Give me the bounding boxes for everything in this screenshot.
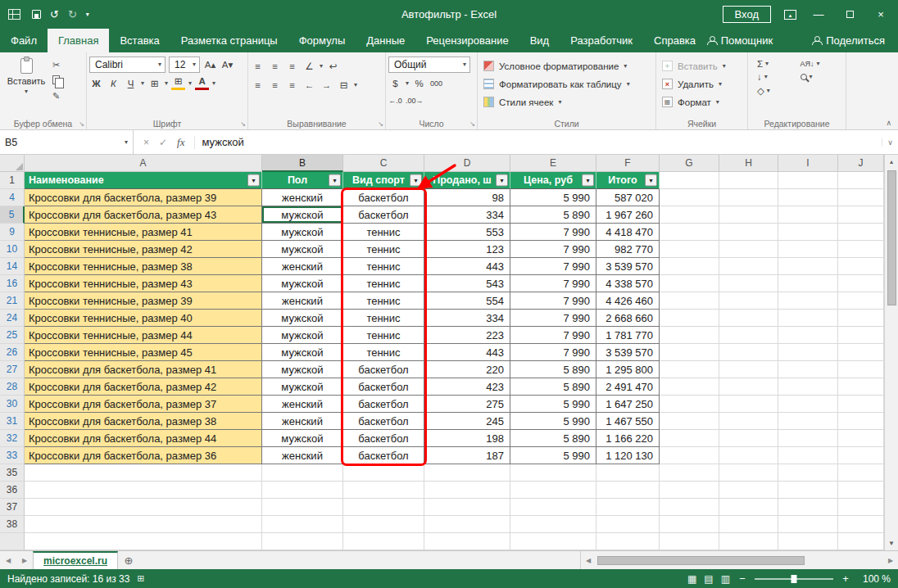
cell[interactable]: 1 166 220 (596, 430, 660, 447)
percent-style-icon[interactable]: % (412, 76, 426, 90)
row-header[interactable]: 33 (0, 447, 25, 464)
cell[interactable] (719, 378, 778, 396)
cell[interactable] (778, 189, 838, 206)
cell[interactable]: баскетбол (343, 413, 424, 430)
cell[interactable] (838, 327, 884, 344)
cell[interactable]: женский (262, 396, 343, 413)
cell[interactable] (778, 224, 838, 241)
cell[interactable]: Кроссовки теннисные, размер 41 (25, 224, 262, 241)
cell[interactable] (838, 241, 884, 258)
cell[interactable] (778, 464, 838, 482)
cell[interactable]: Кроссовки для баскетбола, размер 39 (25, 189, 262, 206)
cell[interactable] (838, 516, 884, 533)
row-header[interactable]: 24 (0, 310, 25, 327)
scroll-up-icon[interactable]: ▴ (885, 155, 898, 169)
cell[interactable] (778, 327, 838, 344)
cell[interactable]: баскетбол (343, 206, 424, 224)
scroll-right-icon[interactable]: ▶ (886, 557, 896, 564)
cell[interactable] (25, 464, 262, 482)
cell[interactable] (778, 172, 838, 189)
collapse-ribbon-icon[interactable]: ∧ (886, 119, 891, 127)
cell[interactable]: Кроссовки для баскетбола, размер 42 (25, 378, 262, 396)
cell[interactable] (660, 258, 719, 275)
fill-button[interactable]: ↓▾ (757, 72, 794, 82)
cell[interactable] (660, 482, 719, 499)
cell[interactable]: 7 990 (510, 241, 596, 258)
cell[interactable] (719, 430, 778, 447)
cell[interactable] (660, 224, 719, 241)
ribbon-tab[interactable]: Разработчик (560, 29, 643, 52)
fill-color-icon[interactable]: ⊞ (171, 76, 185, 90)
zoom-slider[interactable] (755, 578, 833, 580)
borders-icon[interactable]: ⊞ (147, 76, 161, 90)
decrease-decimal-icon[interactable]: .00→ (406, 93, 424, 107)
row-header[interactable]: 26 (0, 344, 25, 361)
column-header[interactable]: J (838, 155, 884, 172)
cell[interactable] (719, 447, 778, 464)
cell[interactable]: 7 990 (510, 224, 596, 241)
cell[interactable] (838, 430, 884, 447)
cell[interactable] (838, 378, 884, 396)
undo-icon[interactable]: ↺ (50, 9, 59, 20)
cell[interactable] (343, 482, 424, 499)
cell[interactable]: 543 (424, 275, 510, 292)
customize-qat-icon[interactable]: ▾ (86, 11, 89, 18)
redo-icon[interactable]: ↻ (68, 9, 77, 20)
cell[interactable] (660, 396, 719, 413)
row-header[interactable]: 28 (0, 378, 25, 396)
insert-cells-button[interactable]: + Вставить ▾ (659, 57, 745, 75)
cell[interactable] (262, 499, 343, 516)
cell[interactable]: баскетбол (343, 378, 424, 396)
cell[interactable] (660, 464, 719, 482)
cell[interactable] (596, 482, 660, 499)
align-center-icon[interactable]: ≡ (268, 78, 282, 92)
cell[interactable] (838, 172, 884, 189)
cell[interactable] (660, 172, 719, 189)
cell[interactable] (719, 292, 778, 310)
cell[interactable] (719, 206, 778, 224)
cell[interactable] (838, 361, 884, 378)
cell[interactable] (660, 499, 719, 516)
cell[interactable] (25, 516, 262, 533)
sign-in-button[interactable]: Вход (723, 6, 771, 23)
comma-style-icon[interactable]: 000 (429, 76, 443, 90)
cell[interactable]: 5 890 (510, 206, 596, 224)
increase-decimal-icon[interactable]: ←.0 (388, 93, 402, 107)
filter-button-sport[interactable]: ▾ (410, 174, 422, 187)
cell[interactable] (838, 189, 884, 206)
cell[interactable]: 275 (424, 396, 510, 413)
cell[interactable] (778, 361, 838, 378)
cell[interactable] (25, 482, 262, 499)
cut-button[interactable]: ✂ (52, 60, 60, 70)
cell[interactable] (778, 241, 838, 258)
filter-button-name[interactable]: ▾ (247, 174, 260, 187)
underline-button[interactable]: Ч (124, 76, 138, 90)
cell[interactable] (719, 189, 778, 206)
font-size-select[interactable]: 12 ▾ (169, 57, 200, 73)
cell[interactable] (343, 499, 424, 516)
cell[interactable]: 245 (424, 413, 510, 430)
column-header[interactable]: D (424, 155, 510, 172)
cell[interactable] (660, 292, 719, 310)
cell[interactable] (838, 275, 884, 292)
column-header[interactable]: F (596, 155, 660, 172)
cell[interactable]: Кроссовки теннисные, размер 44 (25, 327, 262, 344)
cell[interactable] (778, 396, 838, 413)
cell[interactable]: 5 990 (510, 189, 596, 206)
cell[interactable] (719, 413, 778, 430)
vertical-scroll-thumb[interactable] (887, 170, 896, 305)
number-format-select[interactable]: Общий ▾ (388, 57, 470, 73)
cell[interactable] (719, 327, 778, 344)
cell[interactable]: 123 (424, 241, 510, 258)
cell[interactable] (838, 310, 884, 327)
cell[interactable]: 334 (424, 310, 510, 327)
sheet-next-icon[interactable]: ▶ (16, 551, 33, 569)
insert-function-icon[interactable]: fx (177, 136, 184, 149)
cell[interactable]: Кроссовки теннисные, размер 39 (25, 292, 262, 310)
cell[interactable] (262, 516, 343, 533)
delete-cells-button[interactable]: × Удалить ▾ (659, 75, 745, 93)
ribbon-tab[interactable]: Справка (643, 29, 706, 52)
cell[interactable]: 553 (424, 224, 510, 241)
cell[interactable]: 587 020 (596, 189, 660, 206)
cell[interactable]: Кроссовки теннисные, размер 45 (25, 344, 262, 361)
